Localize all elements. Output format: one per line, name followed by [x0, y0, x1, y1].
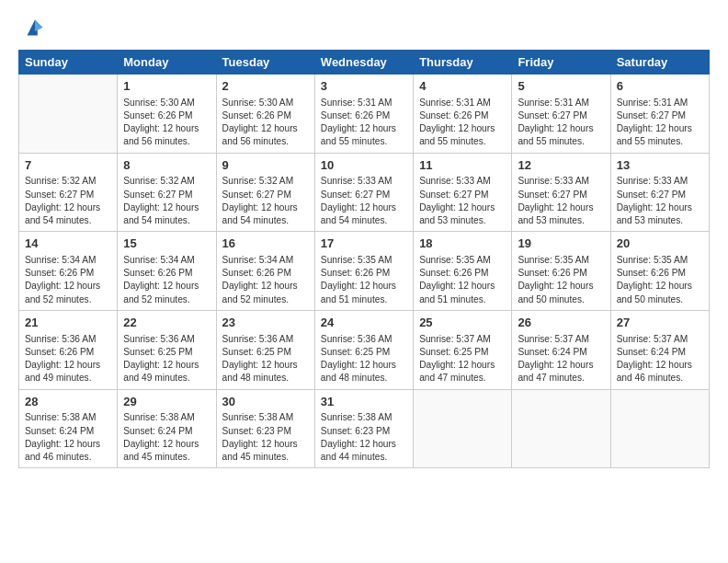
day-info: Sunrise: 5:35 AM Sunset: 6:26 PM Dayligh… — [419, 254, 506, 306]
day-cell: 29Sunrise: 5:38 AM Sunset: 6:24 PM Dayli… — [118, 389, 216, 468]
day-cell: 4Sunrise: 5:31 AM Sunset: 6:26 PM Daylig… — [414, 75, 512, 154]
day-info: Sunrise: 5:32 AM Sunset: 6:27 PM Dayligh… — [123, 175, 210, 227]
day-info: Sunrise: 5:34 AM Sunset: 6:26 PM Dayligh… — [123, 254, 210, 306]
day-cell: 1Sunrise: 5:30 AM Sunset: 6:26 PM Daylig… — [118, 75, 216, 154]
day-number: 18 — [419, 236, 506, 252]
day-number: 20 — [617, 236, 703, 252]
day-cell: 19Sunrise: 5:35 AM Sunset: 6:26 PM Dayli… — [512, 232, 610, 311]
day-info: Sunrise: 5:35 AM Sunset: 6:26 PM Dayligh… — [321, 254, 407, 306]
svg-marker-1 — [35, 20, 42, 32]
day-info: Sunrise: 5:31 AM Sunset: 6:27 PM Dayligh… — [617, 97, 703, 149]
logo-icon — [22, 15, 48, 40]
day-info: Sunrise: 5:38 AM Sunset: 6:24 PM Dayligh… — [123, 411, 210, 464]
day-info: Sunrise: 5:35 AM Sunset: 6:26 PM Dayligh… — [518, 254, 604, 306]
day-cell: 7Sunrise: 5:32 AM Sunset: 6:27 PM Daylig… — [19, 153, 118, 232]
day-cell — [19, 75, 118, 154]
day-cell: 23Sunrise: 5:36 AM Sunset: 6:25 PM Dayli… — [216, 311, 314, 390]
day-cell: 10Sunrise: 5:33 AM Sunset: 6:27 PM Dayli… — [314, 153, 413, 232]
day-info: Sunrise: 5:31 AM Sunset: 6:26 PM Dayligh… — [321, 97, 407, 149]
day-info: Sunrise: 5:38 AM Sunset: 6:23 PM Dayligh… — [222, 411, 309, 464]
header-cell-wednesday: Wednesday — [314, 51, 413, 75]
day-cell: 16Sunrise: 5:34 AM Sunset: 6:26 PM Dayli… — [216, 232, 314, 311]
day-info: Sunrise: 5:36 AM Sunset: 6:25 PM Dayligh… — [123, 333, 210, 385]
header-cell-tuesday: Tuesday — [216, 51, 314, 75]
day-number: 27 — [617, 315, 703, 331]
day-number: 9 — [222, 157, 309, 174]
day-info: Sunrise: 5:33 AM Sunset: 6:27 PM Dayligh… — [518, 175, 604, 227]
week-row-2: 7Sunrise: 5:32 AM Sunset: 6:27 PM Daylig… — [19, 153, 710, 232]
day-number: 10 — [321, 157, 407, 174]
logo — [18, 15, 48, 40]
day-info: Sunrise: 5:33 AM Sunset: 6:27 PM Dayligh… — [419, 175, 506, 227]
day-info: Sunrise: 5:31 AM Sunset: 6:26 PM Dayligh… — [419, 97, 506, 149]
day-info: Sunrise: 5:33 AM Sunset: 6:27 PM Dayligh… — [321, 175, 407, 227]
day-number: 6 — [617, 78, 703, 95]
page: SundayMondayTuesdayWednesdayThursdayFrid… — [0, 0, 728, 479]
day-number: 8 — [123, 157, 210, 174]
day-info: Sunrise: 5:30 AM Sunset: 6:26 PM Dayligh… — [222, 97, 309, 149]
day-cell: 6Sunrise: 5:31 AM Sunset: 6:27 PM Daylig… — [610, 75, 709, 154]
day-info: Sunrise: 5:37 AM Sunset: 6:24 PM Dayligh… — [617, 333, 703, 385]
day-number: 4 — [419, 78, 506, 95]
day-number: 31 — [321, 394, 407, 410]
day-cell: 27Sunrise: 5:37 AM Sunset: 6:24 PM Dayli… — [610, 311, 709, 390]
day-number: 11 — [419, 157, 506, 174]
day-number: 23 — [222, 315, 309, 331]
day-number: 16 — [222, 236, 309, 252]
day-info: Sunrise: 5:35 AM Sunset: 6:26 PM Dayligh… — [617, 254, 703, 306]
day-number: 28 — [25, 394, 111, 410]
day-cell: 13Sunrise: 5:33 AM Sunset: 6:27 PM Dayli… — [610, 153, 709, 232]
day-info: Sunrise: 5:36 AM Sunset: 6:26 PM Dayligh… — [25, 333, 111, 385]
week-row-3: 14Sunrise: 5:34 AM Sunset: 6:26 PM Dayli… — [19, 232, 710, 311]
day-cell: 15Sunrise: 5:34 AM Sunset: 6:26 PM Dayli… — [118, 232, 216, 311]
day-info: Sunrise: 5:37 AM Sunset: 6:24 PM Dayligh… — [518, 333, 604, 385]
header-cell-monday: Monday — [118, 51, 216, 75]
day-info: Sunrise: 5:37 AM Sunset: 6:25 PM Dayligh… — [419, 333, 506, 385]
day-cell: 30Sunrise: 5:38 AM Sunset: 6:23 PM Dayli… — [216, 389, 314, 468]
day-number: 14 — [25, 236, 111, 252]
day-info: Sunrise: 5:34 AM Sunset: 6:26 PM Dayligh… — [25, 254, 111, 306]
day-cell: 2Sunrise: 5:30 AM Sunset: 6:26 PM Daylig… — [216, 75, 314, 154]
day-number: 21 — [25, 315, 111, 331]
week-row-4: 21Sunrise: 5:36 AM Sunset: 6:26 PM Dayli… — [19, 311, 710, 390]
day-info: Sunrise: 5:34 AM Sunset: 6:26 PM Dayligh… — [222, 254, 309, 306]
day-cell — [610, 389, 709, 468]
header-cell-thursday: Thursday — [414, 51, 512, 75]
header-cell-sunday: Sunday — [19, 51, 118, 75]
day-number: 15 — [123, 236, 210, 252]
day-number: 25 — [419, 315, 506, 331]
day-cell: 31Sunrise: 5:38 AM Sunset: 6:23 PM Dayli… — [314, 389, 413, 468]
day-info: Sunrise: 5:30 AM Sunset: 6:26 PM Dayligh… — [123, 97, 210, 149]
day-cell: 24Sunrise: 5:36 AM Sunset: 6:25 PM Dayli… — [314, 311, 413, 390]
day-cell: 28Sunrise: 5:38 AM Sunset: 6:24 PM Dayli… — [19, 389, 118, 468]
day-cell: 25Sunrise: 5:37 AM Sunset: 6:25 PM Dayli… — [414, 311, 512, 390]
day-info: Sunrise: 5:38 AM Sunset: 6:23 PM Dayligh… — [321, 411, 407, 464]
day-cell: 22Sunrise: 5:36 AM Sunset: 6:25 PM Dayli… — [118, 311, 216, 390]
day-number: 26 — [518, 315, 604, 331]
day-cell: 12Sunrise: 5:33 AM Sunset: 6:27 PM Dayli… — [512, 153, 610, 232]
day-number: 7 — [25, 157, 111, 174]
day-number: 1 — [123, 78, 210, 95]
calendar-table: SundayMondayTuesdayWednesdayThursdayFrid… — [18, 50, 710, 468]
day-info: Sunrise: 5:32 AM Sunset: 6:27 PM Dayligh… — [25, 175, 111, 227]
day-number: 19 — [518, 236, 604, 252]
day-cell: 14Sunrise: 5:34 AM Sunset: 6:26 PM Dayli… — [19, 232, 118, 311]
day-cell: 9Sunrise: 5:32 AM Sunset: 6:27 PM Daylig… — [216, 153, 314, 232]
day-number: 2 — [222, 78, 309, 95]
day-info: Sunrise: 5:36 AM Sunset: 6:25 PM Dayligh… — [321, 333, 407, 385]
day-number: 30 — [222, 394, 309, 410]
day-cell: 11Sunrise: 5:33 AM Sunset: 6:27 PM Dayli… — [414, 153, 512, 232]
day-cell: 17Sunrise: 5:35 AM Sunset: 6:26 PM Dayli… — [314, 232, 413, 311]
day-cell: 3Sunrise: 5:31 AM Sunset: 6:26 PM Daylig… — [314, 75, 413, 154]
week-row-1: 1Sunrise: 5:30 AM Sunset: 6:26 PM Daylig… — [19, 75, 710, 154]
header-cell-saturday: Saturday — [610, 51, 709, 75]
day-cell — [512, 389, 610, 468]
day-info: Sunrise: 5:31 AM Sunset: 6:27 PM Dayligh… — [518, 97, 604, 149]
day-cell: 8Sunrise: 5:32 AM Sunset: 6:27 PM Daylig… — [118, 153, 216, 232]
day-cell — [414, 389, 512, 468]
day-number: 3 — [321, 78, 407, 95]
day-number: 17 — [321, 236, 407, 252]
day-cell: 18Sunrise: 5:35 AM Sunset: 6:26 PM Dayli… — [414, 232, 512, 311]
day-cell: 5Sunrise: 5:31 AM Sunset: 6:27 PM Daylig… — [512, 75, 610, 154]
day-cell: 21Sunrise: 5:36 AM Sunset: 6:26 PM Dayli… — [19, 311, 118, 390]
